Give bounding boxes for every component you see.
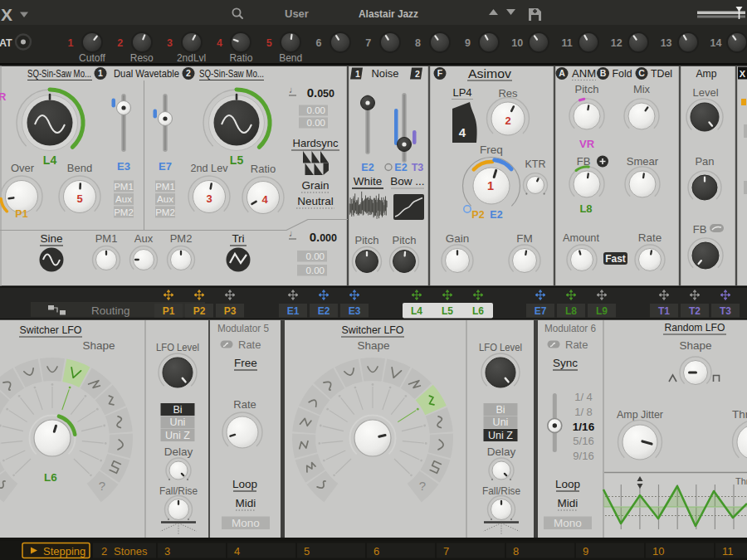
svg-text:1: 1: [487, 179, 494, 192]
svg-text:L6: L6: [44, 471, 57, 484]
svg-text:5: 5: [304, 545, 310, 558]
svg-text:Midi: Midi: [558, 497, 579, 509]
svg-text:9/16: 9/16: [573, 450, 593, 462]
svg-text:PM1: PM1: [155, 182, 175, 192]
svg-text:Thre: Thre: [732, 408, 747, 421]
svg-text:Amp Jitter: Amp Jitter: [617, 408, 663, 421]
svg-text:Over: Over: [11, 162, 35, 174]
svg-text:Random LFO: Random LFO: [665, 321, 725, 334]
svg-text:FB: FB: [693, 223, 707, 236]
svg-text:5: 5: [266, 37, 272, 49]
svg-text:Bi: Bi: [496, 404, 505, 416]
svg-text:Midi: Midi: [236, 497, 256, 509]
svg-text:White: White: [354, 175, 383, 187]
svg-text:P3: P3: [224, 305, 237, 317]
svg-text:P2: P2: [193, 305, 206, 317]
svg-text:A: A: [559, 68, 565, 78]
svg-text:Thr: Thr: [735, 476, 747, 486]
svg-text:E3: E3: [349, 305, 361, 317]
svg-text:AT: AT: [0, 37, 12, 49]
svg-text:3: 3: [167, 37, 173, 49]
svg-text:5/16: 5/16: [573, 435, 593, 447]
svg-text:Stones: Stones: [114, 545, 148, 558]
svg-text:T3: T3: [412, 162, 424, 173]
svg-text:Shape: Shape: [679, 339, 711, 352]
svg-text:14: 14: [710, 37, 721, 49]
svg-text:Delay: Delay: [164, 446, 193, 458]
svg-text:E2: E2: [490, 209, 502, 221]
svg-text:Shape: Shape: [82, 339, 115, 352]
svg-text:Stepping: Stepping: [43, 545, 85, 558]
svg-text:Uni: Uni: [493, 416, 509, 428]
svg-text:10: 10: [511, 37, 523, 49]
svg-text:Loop: Loop: [232, 478, 257, 490]
svg-text:VR: VR: [579, 138, 595, 150]
svg-text:4: 4: [459, 125, 466, 139]
svg-text:X: X: [1, 5, 12, 24]
svg-text:P1: P1: [15, 208, 27, 220]
svg-text:L9: L9: [596, 305, 608, 317]
svg-text:PM2: PM2: [155, 207, 175, 217]
svg-text:T1: T1: [658, 305, 670, 317]
svg-text:Aux: Aux: [134, 232, 154, 245]
svg-text:♩: ♩: [289, 228, 298, 238]
svg-text:Aux: Aux: [157, 194, 173, 204]
svg-text:L8: L8: [565, 305, 577, 317]
svg-text:0.050: 0.050: [307, 85, 334, 100]
svg-text:2: 2: [101, 545, 107, 558]
svg-text:?: ?: [419, 479, 426, 493]
svg-text:PM1: PM1: [114, 182, 134, 192]
svg-text:Ratio: Ratio: [229, 52, 252, 64]
svg-text:Amp: Amp: [696, 67, 717, 80]
svg-text:TDel: TDel: [651, 67, 672, 80]
svg-text:User: User: [285, 7, 309, 20]
svg-text:SQ-Sin-Saw Mo...: SQ-Sin-Saw Mo...: [199, 67, 264, 80]
svg-text:T2: T2: [689, 305, 701, 317]
svg-text:2: 2: [505, 114, 510, 127]
svg-text:Sync: Sync: [553, 357, 578, 369]
svg-text:B: B: [600, 68, 607, 78]
svg-text:8: 8: [513, 545, 519, 558]
svg-text:Delay: Delay: [487, 446, 516, 458]
svg-text:Switcher LFO: Switcher LFO: [20, 324, 82, 336]
svg-text:Amount: Amount: [563, 231, 599, 244]
svg-text:Uni Z: Uni Z: [165, 430, 190, 441]
svg-text:2: 2: [117, 37, 123, 49]
svg-text:Grain: Grain: [301, 179, 329, 192]
svg-text:Rate: Rate: [565, 338, 588, 351]
svg-text:X: X: [740, 69, 746, 79]
svg-text:4: 4: [217, 37, 222, 49]
svg-text:Fall/Rise: Fall/Rise: [159, 485, 198, 497]
svg-text:1/16: 1/16: [573, 421, 595, 433]
svg-text:Level: Level: [692, 86, 718, 99]
svg-text:L8: L8: [579, 202, 592, 215]
svg-text:0.000: 0.000: [310, 230, 337, 244]
svg-text:R: R: [0, 90, 7, 103]
svg-text:PM2: PM2: [170, 232, 193, 245]
svg-text:11: 11: [561, 37, 572, 49]
svg-text:2: 2: [415, 69, 420, 79]
svg-text:0.00: 0.00: [307, 118, 325, 128]
svg-text:Bi: Bi: [173, 404, 182, 416]
svg-text:Pitch: Pitch: [393, 234, 417, 246]
svg-text:ANM: ANM: [572, 67, 596, 80]
svg-text:8: 8: [415, 37, 421, 49]
svg-text:Bow ...: Bow ...: [390, 175, 424, 187]
svg-text:FM: FM: [516, 232, 533, 245]
svg-text:2: 2: [186, 68, 191, 78]
svg-text:Freq: Freq: [480, 144, 503, 156]
svg-text:Fold: Fold: [613, 67, 632, 80]
svg-text:Fast: Fast: [605, 253, 626, 265]
svg-text:L5: L5: [442, 305, 453, 317]
svg-text:PM2: PM2: [114, 207, 134, 217]
svg-text:Neutral: Neutral: [297, 195, 334, 207]
svg-text:Aux: Aux: [115, 194, 132, 204]
svg-text:Routing: Routing: [91, 304, 130, 317]
svg-text:Fall/Rise: Fall/Rise: [482, 485, 520, 497]
svg-text:Rate: Rate: [238, 338, 261, 351]
svg-text:C: C: [638, 68, 645, 78]
svg-text:LP4: LP4: [452, 86, 471, 99]
svg-text:Dual Wavetable: Dual Wavetable: [114, 67, 179, 80]
svg-text:7: 7: [443, 545, 449, 558]
svg-text:Uni: Uni: [170, 416, 186, 428]
